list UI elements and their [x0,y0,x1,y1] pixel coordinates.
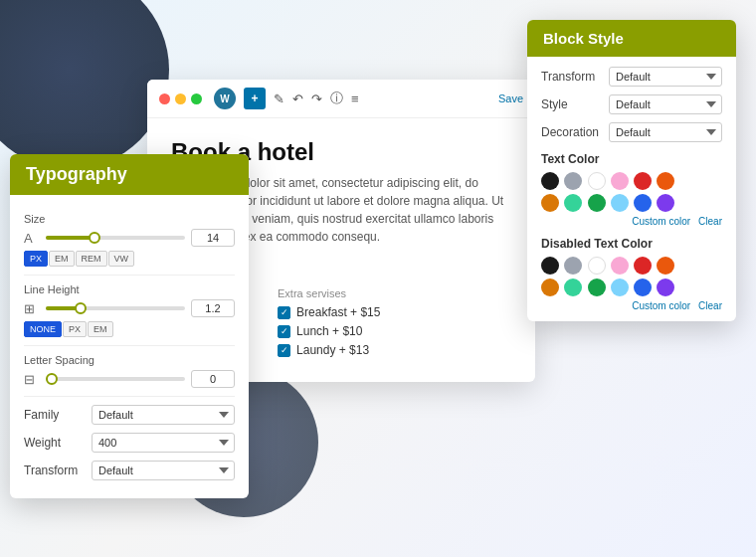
bs-transform-row: Transform Default [541,67,722,87]
line-height-icon: ⊞ [24,301,40,316]
letter-spacing-slider[interactable] [46,377,185,381]
disabled-color-red[interactable] [634,257,652,275]
color-blue-light[interactable] [611,194,629,212]
color-blue[interactable] [634,194,652,212]
color-yellow[interactable] [541,194,559,212]
list-item: ✓ Lunch + $10 [278,324,380,338]
typography-panel: Typography Size A PX EM REM VW Line Heig… [10,154,249,498]
size-input[interactable] [191,229,235,247]
color-gray[interactable] [564,172,582,190]
size-unit-rem[interactable]: REM [76,251,107,267]
checkbox-breakfast[interactable]: ✓ [278,306,290,319]
letter-spacing-row: ⊟ [24,370,235,388]
line-height-units: NONE PX EM [24,321,235,337]
color-white[interactable] [588,172,606,190]
size-label: Size [24,213,235,225]
typography-header: Typography [10,154,249,195]
disabled-color-grid-row2 [541,278,722,296]
checkbox-laundy[interactable]: ✓ [278,344,290,357]
line-height-input[interactable] [191,299,235,317]
letter-spacing-icon: ⊟ [24,372,40,387]
bs-transform-select[interactable]: Default [609,67,722,87]
text-color-grid-row2 [541,194,722,212]
color-black[interactable] [541,172,559,190]
disabled-color-green[interactable] [588,278,606,296]
info-icon[interactable]: ⓘ [330,90,343,107]
disabled-color-pink[interactable] [611,257,629,275]
custom-color-link[interactable]: Custom color [632,216,690,227]
disabled-color-grid [541,257,722,275]
weight-select[interactable]: 400 [92,433,235,453]
color-green[interactable] [588,194,606,212]
disabled-color-actions: Custom color Clear [541,300,722,311]
transform-row: Transform Default [24,461,235,480]
bs-transform-label: Transform [541,70,601,84]
text-color-actions: Custom color Clear [541,216,722,227]
line-height-slider[interactable] [46,306,185,310]
color-teal[interactable] [564,194,582,212]
list-item: ✓ Laundy + $13 [278,343,380,357]
maximize-button[interactable] [191,93,202,104]
line-height-row: ⊞ [24,299,235,317]
lh-unit-em[interactable]: EM [88,321,113,337]
disabled-color-yellow[interactable] [541,278,559,296]
wp-logo[interactable]: W [214,88,236,109]
disabled-clear-link[interactable]: Clear [698,300,722,311]
menu-icon[interactable]: ≡ [351,92,359,106]
col2-header: Extra servises [278,287,380,299]
color-purple[interactable] [657,194,674,212]
lh-unit-none[interactable]: NONE [24,321,62,337]
transform-label: Transform [24,464,84,477]
disabled-color-black[interactable] [541,257,559,275]
size-unit-px[interactable]: PX [24,251,48,267]
size-units: PX EM REM VW [24,251,235,267]
letter-spacing-input[interactable] [191,370,235,388]
disabled-color-orange[interactable] [657,257,674,275]
size-unit-em[interactable]: EM [49,251,75,267]
disabled-text-color-title: Disabled Text Color [541,237,722,251]
family-select[interactable]: Default [92,405,235,425]
disabled-color-blue[interactable] [634,278,652,296]
disabled-custom-color-link[interactable]: Custom color [632,300,690,311]
size-slider[interactable] [46,236,185,240]
minimize-button[interactable] [175,93,186,104]
save-link[interactable]: Save [498,93,523,104]
transform-select[interactable]: Default [92,461,235,480]
block-style-header: Block Style [527,20,736,57]
disabled-color-gray[interactable] [564,257,582,275]
undo-icon[interactable]: ↶ [292,92,303,106]
clear-color-link[interactable]: Clear [698,216,722,227]
weight-row: Weight 400 [24,433,235,453]
block-style-panel: Block Style Transform Default Style Defa… [527,20,736,321]
bs-decoration-label: Decoration [541,125,601,139]
bs-decoration-row: Decoration Default [541,122,722,142]
letter-spacing-label: Letter Spacing [24,354,235,366]
color-orange[interactable] [657,172,674,190]
add-block-button[interactable]: + [244,88,266,109]
bs-decoration-select[interactable]: Default [609,122,722,142]
family-row: Family Default [24,405,235,425]
text-color-grid [541,172,722,190]
redo-icon[interactable]: ↷ [311,92,322,106]
list-item: ✓ Breakfast + $15 [278,305,380,319]
disabled-color-white[interactable] [588,257,606,275]
color-red[interactable] [634,172,652,190]
disabled-color-teal[interactable] [564,278,582,296]
checkbox-lunch[interactable]: ✓ [278,325,290,338]
size-row: A [24,229,235,247]
disabled-color-purple[interactable] [657,278,674,296]
bs-style-row: Style Default [541,94,722,114]
weight-label: Weight [24,436,84,450]
disabled-color-blue-light[interactable] [611,278,629,296]
editor-toolbar: W + ✎ ↶ ↷ ⓘ ≡ Save [147,80,535,118]
pencil-icon[interactable]: ✎ [274,92,284,106]
size-unit-vw[interactable]: VW [108,251,135,267]
close-button[interactable] [159,93,170,104]
text-color-title: Text Color [541,152,722,166]
bs-style-select[interactable]: Default [609,94,722,114]
bg-decoration-circle-1 [0,0,169,169]
color-pink-light[interactable] [611,172,629,190]
traffic-lights [159,93,202,104]
lh-unit-px[interactable]: PX [63,321,87,337]
size-letter: A [24,231,40,246]
